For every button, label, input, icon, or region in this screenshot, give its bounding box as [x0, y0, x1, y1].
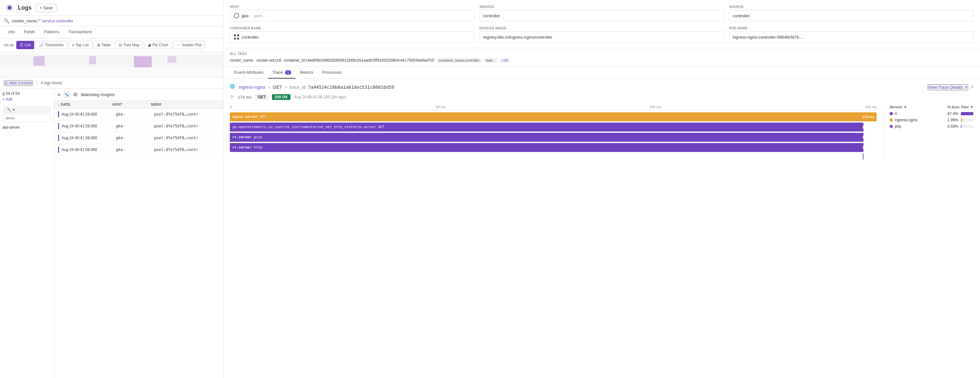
service-bar-fill-ingress	[961, 118, 962, 122]
tab-patterns[interactable]: Patterns	[40, 26, 64, 38]
tag-data: data...	[484, 58, 497, 62]
viz-table-button[interactable]: ⊞ Table	[94, 41, 114, 49]
service-legend: Service ▼ % Exec Time ▼ rr 97	[884, 105, 974, 159]
docker-image-field: DOCKER IMAGE registry.k8s.io/ingress-ngi…	[479, 27, 724, 43]
viz-toplist-button[interactable]: ≡ Top List	[68, 41, 92, 49]
table-row[interactable]: Aug 24 00:41:59.000 gke- pool-dfe75df0..…	[54, 108, 223, 120]
trace-section: 🌐 ingress-nginx > GET > trace_id 7a44524…	[223, 79, 980, 378]
log-indicator	[58, 111, 59, 118]
span-bar-http	[230, 143, 864, 152]
svg-rect-9	[237, 35, 239, 37]
log-indicator	[58, 123, 59, 129]
svg-rect-11	[237, 38, 239, 40]
viz-treemap-button[interactable]: ⊟ Tree Map	[115, 41, 143, 49]
viz-list-button[interactable]: ☰ List	[16, 41, 34, 49]
service-pct-ingress: 1.99%	[947, 118, 958, 122]
service-dot-ingress	[890, 118, 893, 122]
span-row-otelhttp[interactable]: go.opentelemetry.io_contrib_instrumentat…	[230, 123, 877, 132]
log-date: Aug 24 00:41:58.000	[62, 147, 116, 152]
trace-arrow-1: >	[268, 85, 270, 90]
list-icon: ☰	[20, 43, 23, 47]
close-chip-button[interactable]: ×	[13, 108, 15, 112]
left-panel: Logs + Save 🔍 cluster_name:"" service:co…	[0, 0, 223, 378]
service-bar-php	[961, 125, 974, 128]
log-host: gke-	[116, 112, 154, 116]
timeline-area: 00:30 00:31 00:32 00:33 00:34 00:35 00:3…	[0, 52, 223, 78]
sort-icon-exec: ▼	[970, 105, 974, 109]
viz-piechart-button[interactable]: ◕ Pie Chart	[144, 41, 172, 49]
tab-metrics[interactable]: Metrics	[296, 67, 318, 78]
tag-cluster-uid: cluster-uid:cc8	[256, 58, 281, 62]
search-bar[interactable]: 🔍 cluster_name:"" service:controller	[0, 16, 223, 26]
service-pct-php: 0.59%	[947, 124, 958, 129]
span-label-http: rr.server http	[232, 143, 262, 152]
service-legend-row-ingress: ingress-nginx 1.99%	[890, 118, 974, 122]
viz-timeseries-button[interactable]: 📈 Timeseries	[35, 41, 67, 49]
log-indicator	[58, 147, 59, 153]
tab-event-attributes[interactable]: Event Attributes	[230, 67, 268, 78]
exec-col-label: % Exec Time ▼	[947, 105, 974, 109]
tab-transactions[interactable]: Transactions	[64, 26, 96, 38]
timeseries-icon: 📈	[39, 43, 44, 47]
values-input[interactable]	[3, 114, 51, 122]
log-host: gke-	[116, 136, 154, 140]
watchdog-row[interactable]: ▶ 🐾 0 Watchdog Insights	[54, 89, 223, 100]
view-trace-button[interactable]: View Trace Details ↗	[928, 84, 968, 90]
span-row-http[interactable]: rr.server http 171 ms	[230, 143, 877, 152]
span-row-gzip[interactable]: rr.server gzip 171 ms	[230, 133, 877, 142]
save-button[interactable]: + Save	[35, 3, 57, 12]
log-indicator	[58, 135, 59, 141]
tags-row: cluster_name: cluster-uid:cc8 container_…	[230, 58, 974, 62]
service-bar-fill-php	[961, 125, 961, 128]
service-label-php: php	[895, 124, 901, 129]
tab-into[interactable]: into	[4, 26, 19, 38]
table-row[interactable]: Aug 24 00:41:58.000 gke- pool-dfe75df0..…	[54, 132, 223, 144]
log-service: contr	[187, 147, 219, 152]
svg-rect-5	[134, 56, 152, 67]
col-service-header: SERVI	[151, 102, 219, 106]
trace-marker	[863, 153, 864, 159]
log-date: Aug 24 00:41:59.000	[62, 112, 116, 116]
trace-meta: ⏱ 174 ms GET 200 OK Aug 24 00:41:58.185 …	[230, 94, 974, 100]
docker-image-value: registry.k8s.io/ingress-nginx/controller	[479, 31, 724, 43]
tab-trace[interactable]: Trace 1	[268, 67, 296, 78]
trace-timestamp: Aug 24 00:41:58.185 (2m ago)	[294, 95, 346, 99]
container-name-label: CONTAINER NAME	[230, 27, 474, 30]
detail-tabs: Event Attributes Trace 1 Metrics Process…	[223, 67, 980, 79]
sort-icon: ↓	[58, 102, 60, 106]
host-field: HOST gke- -pool...	[230, 5, 474, 21]
controls-icon: ⊡	[5, 81, 8, 85]
service-name-php: php	[890, 124, 947, 129]
detail-header: HOST gke- -pool... SERVICE controller SO…	[223, 0, 980, 48]
docker-image-label: DOCKER IMAGE	[479, 27, 724, 30]
legend-header: Service ▼ % Exec Time ▼	[890, 105, 974, 109]
hide-controls-button[interactable]: ⊡ Hide Controls	[4, 80, 33, 86]
source-label: SOURCE	[729, 5, 974, 9]
span-row-nginx[interactable]: nginx.server GET 174 ms	[230, 112, 877, 121]
table-row[interactable]: Aug 24 00:41:58.000 gke- pool-dfe75df0..…	[54, 144, 223, 156]
tab-processes[interactable]: Processes	[318, 67, 346, 78]
span-label-otelhttp: go.opentelemetry.io_contrib_instrumentat…	[232, 123, 385, 132]
service-label: SERVICE	[479, 5, 724, 9]
close-trace-button[interactable]: ×	[971, 84, 974, 90]
header-bar: Logs + Save	[0, 0, 223, 16]
table-row[interactable]: Aug 24 00:41:59.000 gke- pool-dfe75df0..…	[54, 120, 223, 132]
span-bar-gzip	[230, 133, 864, 142]
log-date: Aug 24 00:41:58.000	[62, 136, 116, 140]
viz-scatter-button[interactable]: ⋯ Scatter Plot	[173, 41, 205, 49]
svg-rect-6	[167, 56, 176, 62]
tag-more-button[interactable]: +38	[500, 58, 510, 62]
host-label: HOST	[230, 5, 474, 9]
axis-line	[230, 110, 877, 110]
container-name-field: CONTAINER NAME controller	[230, 27, 474, 43]
span-duration-otelhttp: 171 ms	[862, 123, 874, 132]
watchdog-icon: 🐾	[64, 91, 70, 98]
service-name-rr: rr	[890, 112, 947, 116]
log-host: gke-	[116, 124, 154, 128]
svg-rect-8	[234, 35, 236, 37]
add-facet-button[interactable]: + Add	[3, 97, 51, 102]
tab-fields[interactable]: Fields	[19, 26, 40, 38]
visualize-bar: ize as ☰ List 📈 Timeseries ≡ Top List ⊞ …	[0, 38, 223, 52]
pod-name-label: POD NAME	[729, 27, 974, 30]
app-logo	[5, 3, 14, 12]
